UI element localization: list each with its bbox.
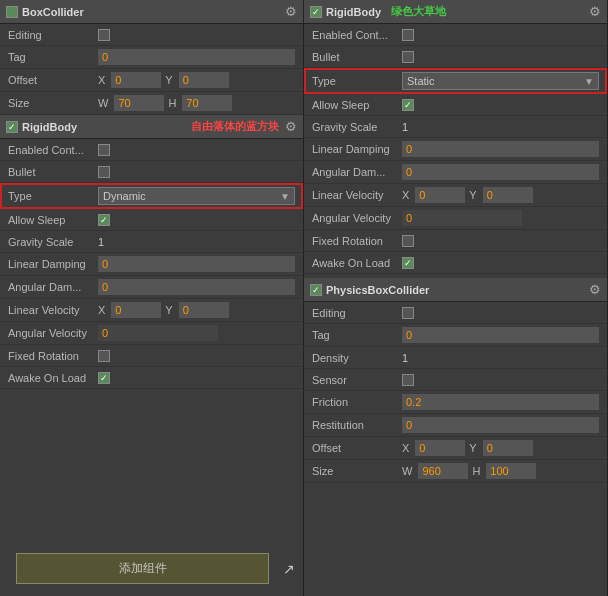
left-angulardamping-input[interactable] [98,279,295,295]
right-lineardamping-label: Linear Damping [312,143,402,155]
phys-restitution-input[interactable] [402,417,599,433]
left-type-dropdown[interactable]: Dynamic ▼ [98,187,295,205]
lv-x-label: X [98,304,105,316]
size-w-input[interactable] [114,95,164,111]
phys-offset-y-input[interactable] [483,440,533,456]
boxcollider-gear-icon[interactable]: ⚙ [285,4,297,19]
left-rb-awakeonload-row: Awake On Load [0,367,303,389]
po-x-label: X [402,442,409,454]
phys-friction-input[interactable] [402,394,599,410]
left-enabledcont-checkbox[interactable] [98,144,110,156]
boxcollider-enable-checkbox[interactable] [6,6,18,18]
lv-y-label: Y [165,304,172,316]
left-rb-type-row: Type Dynamic ▼ [0,183,303,209]
boxcollider-header: BoxCollider ⚙ [0,0,303,24]
size-h-input[interactable] [182,95,232,111]
right-rigidbody-title: RigidBody [326,6,381,18]
phys-tag-label: Tag [312,329,402,341]
right-linearvelocity-x-input[interactable] [415,187,465,203]
left-linearvelocity-xy: X Y [98,302,229,318]
left-lineardamping-input[interactable] [98,256,295,272]
left-rigidbody-enable-checkbox[interactable] [6,121,18,133]
right-bullet-checkbox[interactable] [402,51,414,63]
editing-label: Editing [8,29,98,41]
phys-friction-label: Friction [312,396,402,408]
po-y-label: Y [469,442,476,454]
phys-restitution-label: Restitution [312,419,402,431]
right-angularvelocity-label: Angular Velocity [312,212,402,224]
left-type-arrow: ▼ [280,191,290,202]
phys-sensor-checkbox[interactable] [402,374,414,386]
right-type-dropdown[interactable]: Static ▼ [402,72,599,90]
phys-friction-row: Friction [304,391,607,414]
left-angularvelocity-input[interactable] [98,325,218,341]
right-allowsleep-checkbox[interactable] [402,99,414,111]
physicscollider-enable-checkbox[interactable] [310,284,322,296]
left-linearvelocity-y-input[interactable] [179,302,229,318]
physicscollider-header: PhysicsBoxCollider ⚙ [304,278,607,302]
left-awakeonload-checkbox[interactable] [98,372,110,384]
right-rb-bullet-row: Bullet [304,46,607,68]
editing-checkbox[interactable] [98,29,110,41]
left-rigidbody-gear-icon[interactable]: ⚙ [285,119,297,134]
phys-editing-checkbox[interactable] [402,307,414,319]
phys-sensor-row: Sensor [304,369,607,391]
ps-h-label: H [472,465,480,477]
right-fixedrotation-checkbox[interactable] [402,235,414,247]
left-allowsleep-label: Allow Sleep [8,214,98,226]
phys-tag-row: Tag [304,324,607,347]
phys-density-label: Density [312,352,402,364]
left-rb-gravityscale-row: Gravity Scale 1 [0,231,303,253]
offset-y-input[interactable] [179,72,229,88]
left-angularvelocity-label: Angular Velocity [8,327,98,339]
phys-tag-input[interactable] [402,327,599,343]
left-allowsleep-checkbox[interactable] [98,214,110,226]
phys-size-h-input[interactable] [486,463,536,479]
w-label: W [98,97,108,109]
tag-input[interactable] [98,49,295,65]
right-rigidbody-gear-icon[interactable]: ⚙ [589,4,601,19]
tag-label: Tag [8,51,98,63]
left-bullet-checkbox[interactable] [98,166,110,178]
left-rb-fixedrotation-row: Fixed Rotation [0,345,303,367]
offset-xy: X Y [98,72,229,88]
right-allowsleep-label: Allow Sleep [312,99,402,111]
left-linearvelocity-x-input[interactable] [111,302,161,318]
right-angulardamping-input[interactable] [402,164,599,180]
right-enabledcont-checkbox[interactable] [402,29,414,41]
right-rb-gravityscale-row: Gravity Scale 1 [304,116,607,138]
phys-size-row: Size W H [304,460,607,483]
right-linearvelocity-y-input[interactable] [483,187,533,203]
right-rb-enabledcont-row: Enabled Cont... [304,24,607,46]
right-enabledcont-label: Enabled Cont... [312,29,402,41]
phys-offset-x-input[interactable] [415,440,465,456]
left-fixedrotation-checkbox[interactable] [98,350,110,362]
phys-size-w-input[interactable] [418,463,468,479]
phys-editing-label: Editing [312,307,402,319]
add-component-button[interactable]: 添加组件 [16,553,269,584]
right-linearvelocity-label: Linear Velocity [312,189,402,201]
phys-density-value: 1 [402,352,408,364]
right-panel: RigidBody 绿色大草地 ⚙ Enabled Cont... Bullet… [304,0,608,596]
phys-offset-xy: X Y [402,440,533,456]
size-label: Size [8,97,98,109]
physicscollider-gear-icon[interactable]: ⚙ [589,282,601,297]
right-rb-angularvelocity-row: Angular Velocity [304,207,607,230]
right-angularvelocity-input[interactable] [402,210,522,226]
right-rb-lineardamping-row: Linear Damping [304,138,607,161]
left-awakeonload-label: Awake On Load [8,372,98,384]
right-rb-awakeonload-row: Awake On Load [304,252,607,274]
left-rb-linearvelocity-row: Linear Velocity X Y [0,299,303,322]
left-angulardamping-label: Angular Dam... [8,281,98,293]
right-lineardamping-input[interactable] [402,141,599,157]
offset-x-input[interactable] [111,72,161,88]
right-type-arrow: ▼ [584,76,594,87]
left-rigidbody-annotation: 自由落体的蓝方块 [191,119,279,134]
boxcollider-tag-row: Tag [0,46,303,69]
right-rigidbody-enable-checkbox[interactable] [310,6,322,18]
left-rb-bullet-row: Bullet [0,161,303,183]
right-awakeonload-checkbox[interactable] [402,257,414,269]
rlv-x-label: X [402,189,409,201]
left-type-value: Dynamic [103,190,146,202]
left-panel: BoxCollider ⚙ Editing Tag Offset X Y Siz… [0,0,304,596]
